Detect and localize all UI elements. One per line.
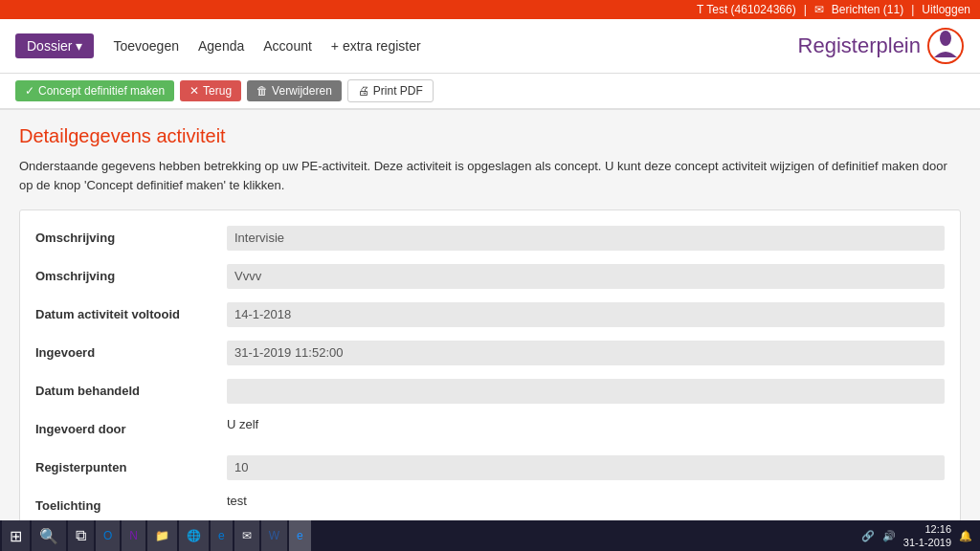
text-ingevoerd-door: U zelf (227, 412, 258, 431)
windows-icon: ⊞ (10, 527, 22, 545)
topbar: T Test (461024366) | ✉ Berichten (11) | … (0, 0, 980, 19)
notification-icon: 🔔 (959, 530, 972, 542)
taskbar-time: 12:16 31-1-2019 (903, 522, 951, 550)
taskbar-right: 🔗 🔊 12:16 31-1-2019 🔔 (861, 522, 980, 550)
sep1: | (804, 3, 807, 16)
nav-item-account[interactable]: Account (263, 38, 312, 54)
nav-item-extra[interactable]: + extra register (331, 38, 421, 54)
value-ingevoerd: 31-1-2019 11:52:00 (227, 341, 945, 365)
field-omschrijving-1: Intervisie (227, 226, 945, 251)
messages-link[interactable]: Berichten (11) (832, 3, 903, 16)
label-datum-behandeld: Datum behandeld (35, 379, 227, 398)
task-view-icon: ⧉ (76, 527, 86, 544)
detail-row-7: Toelichting test (35, 494, 945, 520)
ie-icon: e (297, 529, 303, 542)
network-icon: 🔗 (861, 530, 875, 542)
label-toelichting: Toelichting (35, 494, 227, 513)
nav-item-toevoegen[interactable]: Toevoegen (113, 38, 179, 54)
detail-row-6: Registerpunten 10 (35, 455, 945, 482)
label-omschrijving-1: Omschrijving (35, 226, 227, 245)
field-datum-voltooid: 14-1-2018 (227, 302, 945, 327)
label-omschrijving-2: Omschrijving (35, 264, 227, 283)
search-icon: 🔍 (39, 527, 58, 545)
logo: Registerplein (798, 27, 965, 65)
close-icon: ✕ (189, 84, 199, 98)
value-toelichting: test (227, 494, 945, 508)
header: Dossier ▾ Toevoegen Agenda Account + ext… (0, 19, 980, 74)
trash-icon: 🗑 (256, 84, 268, 98)
chevron-down-icon: ▾ (76, 38, 82, 54)
user-name: T Test (461024366) (697, 3, 796, 16)
terug-button[interactable]: ✕ Terug (180, 80, 241, 101)
page-description: Onderstaande gegevens hebben betrekking … (19, 157, 961, 194)
date-display: 31-1-2019 (903, 536, 951, 549)
taskbar: ⊞ 🔍 ⧉ O N 📁 🌐 e ✉ W e (0, 520, 980, 551)
main-content: Detailgegevens activiteit Onderstaande g… (0, 110, 980, 551)
value-datum-behandeld (227, 379, 945, 404)
onenote-taskbar-button[interactable]: N (122, 520, 145, 551)
svg-point-1 (940, 31, 951, 46)
time-display: 12:16 (903, 522, 951, 536)
outlook-icon: O (103, 529, 112, 542)
detail-row-3: Ingevoerd 31-1-2019 11:52:00 (35, 341, 945, 367)
field-ingevoerd: 31-1-2019 11:52:00 (227, 341, 945, 365)
nav-item-agenda[interactable]: Agenda (198, 38, 244, 54)
search-taskbar-button[interactable]: 🔍 (32, 520, 66, 551)
edge-taskbar-button[interactable]: e (211, 520, 233, 551)
label-registerpunten: Registerpunten (35, 455, 227, 474)
explorer-taskbar-button[interactable]: 📁 (147, 520, 177, 551)
taskbar-left: ⊞ 🔍 ⧉ O N 📁 🌐 e ✉ W e (0, 520, 311, 551)
messages-icon: ✉ (814, 3, 824, 16)
value-omschrijving-2: Vvvv (227, 264, 945, 289)
value-omschrijving-1: Intervisie (227, 226, 945, 251)
detail-row-1: Omschrijving Vvvv (35, 264, 945, 291)
field-omschrijving-2: Vvvv (227, 264, 945, 289)
windows-start-button[interactable]: ⊞ (2, 520, 30, 551)
verwijderen-button[interactable]: 🗑 Verwijderen (247, 80, 342, 101)
print-button[interactable]: 🖨 Print PDF (347, 79, 434, 102)
outlook-taskbar-button[interactable]: O (96, 520, 120, 551)
detail-row-5: Ingevoerd door U zelf (35, 417, 945, 444)
dossier-button[interactable]: Dossier ▾ (15, 33, 94, 58)
label-ingevoerd-door: Ingevoerd door (35, 417, 227, 436)
text-toelichting: test (227, 489, 247, 508)
check-icon: ✓ (25, 84, 34, 98)
label-datum-voltooid: Datum activiteit voltooid (35, 302, 227, 321)
logo-icon (926, 27, 965, 65)
detail-row-4: Datum behandeld (35, 379, 945, 406)
volume-icon: 🔊 (882, 530, 896, 542)
toolbar: ✓ Concept definitief maken ✕ Terug 🗑 Ver… (0, 74, 980, 110)
field-registerpunten: 10 (227, 455, 945, 480)
print-icon: 🖨 (358, 84, 369, 98)
main-nav: Dossier ▾ Toevoegen Agenda Account + ext… (15, 33, 421, 58)
detail-row-2: Datum activiteit voltooid 14-1-2018 (35, 302, 945, 329)
value-ingevoerd-door: U zelf (227, 417, 945, 431)
value-registerpunten: 10 (227, 455, 945, 480)
explorer-icon: 📁 (155, 529, 169, 542)
chrome-icon: 🌐 (187, 529, 201, 542)
concept-definitief-button[interactable]: ✓ Concept definitief maken (15, 80, 174, 101)
detail-row-0: Omschrijving Intervisie (35, 226, 945, 253)
browser-active-button[interactable]: e (289, 520, 311, 551)
mail-taskbar-button[interactable]: ✉ (234, 520, 259, 551)
mail-icon: ✉ (242, 529, 252, 542)
field-datum-behandeld (227, 379, 945, 404)
page-title: Detailgegevens activiteit (19, 125, 961, 147)
word-icon: W (269, 529, 279, 542)
task-view-button[interactable]: ⧉ (68, 520, 94, 551)
chrome-taskbar-button[interactable]: 🌐 (179, 520, 209, 551)
sep2: | (911, 3, 914, 16)
onenote-icon: N (129, 529, 138, 542)
label-ingevoerd: Ingevoerd (35, 341, 227, 360)
logo-text: Registerplein (798, 33, 921, 58)
logout-link[interactable]: Uitloggen (922, 3, 970, 16)
word-taskbar-button[interactable]: W (261, 520, 287, 551)
value-datum-voltooid: 14-1-2018 (227, 302, 945, 327)
detail-box: Omschrijving Intervisie Omschrijving Vvv… (19, 209, 961, 551)
edge-icon: e (218, 529, 225, 542)
